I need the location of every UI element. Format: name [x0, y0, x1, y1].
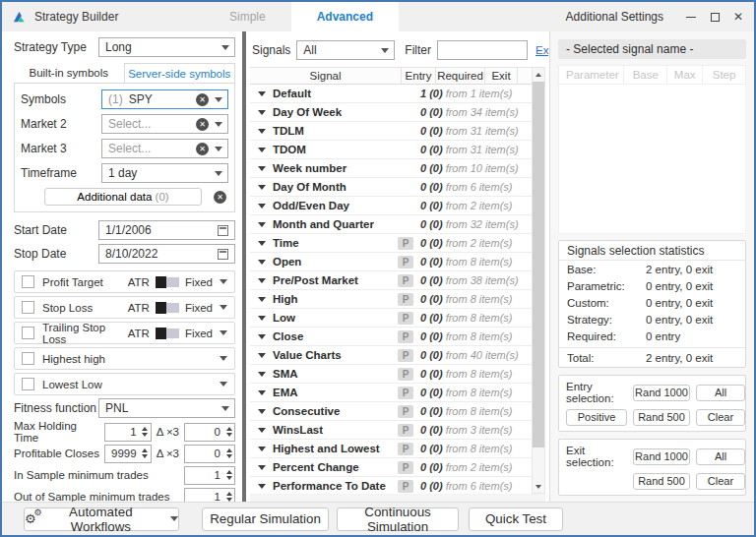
profitable-closes-stepper[interactable]: 9999	[104, 445, 152, 463]
signal-row[interactable]: Week number P 0 (0)from 10 item(s)	[250, 159, 532, 178]
additional-data-button[interactable]: Additional data (0)	[44, 188, 202, 206]
signal-row[interactable]: Percent Change P 0 (0)from 2 item(s)	[250, 458, 532, 477]
signal-row[interactable]: Month and Quarter P 0 (0)from 32 item(s)	[250, 215, 532, 234]
market3-select[interactable]: Select... ✕	[101, 139, 228, 158]
entry-positive-button[interactable]: Positive	[566, 409, 627, 426]
chevron-down-icon[interactable]	[220, 305, 227, 310]
collapse-caret-icon[interactable]	[258, 260, 266, 265]
minimize-button[interactable]	[679, 5, 703, 29]
stop-date-input[interactable]: 8/10/2022	[98, 244, 235, 264]
signal-row[interactable]: Open P 0 (0)from 8 item(s)	[250, 253, 532, 271]
collapse-caret-icon[interactable]	[258, 297, 266, 302]
signal-row[interactable]: TDOM P 0 (0)from 31 item(s)	[250, 141, 532, 159]
entry-all-button[interactable]: All	[696, 385, 745, 401]
clear-icon[interactable]: ✕	[214, 191, 226, 204]
spin-up-icon[interactable]	[226, 470, 232, 474]
horizontal-scrollbar[interactable]	[250, 494, 545, 502]
collapse-caret-icon[interactable]	[258, 204, 266, 209]
in-sample-min-trades-stepper[interactable]: 1	[184, 466, 235, 485]
lowest-low-checkbox[interactable]	[22, 378, 34, 390]
signal-row[interactable]: Close P 0 (0)from 8 item(s)	[250, 328, 532, 346]
spin-up-icon[interactable]	[142, 427, 148, 431]
additional-settings-button[interactable]: Additional Settings	[566, 10, 663, 24]
collapse-caret-icon[interactable]	[258, 166, 266, 171]
signal-row[interactable]: SMA P 0 (0)from 8 item(s)	[250, 365, 532, 384]
collapse-caret-icon[interactable]	[258, 409, 266, 414]
signal-row[interactable]: Consecutive P 0 (0)from 8 item(s)	[250, 402, 532, 421]
exit-rand-1000-button[interactable]: Rand 1000	[633, 448, 690, 465]
tab-built-in-symbols[interactable]: Built-in symbols	[14, 63, 124, 83]
collapse-caret-icon[interactable]	[258, 428, 266, 433]
spin-up-icon[interactable]	[226, 492, 232, 496]
signal-row[interactable]: High P 0 (0)from 8 item(s)	[250, 290, 532, 309]
collapse-caret-icon[interactable]	[258, 390, 266, 395]
clear-icon[interactable]: ✕	[196, 93, 209, 106]
spin-down-icon[interactable]	[226, 476, 232, 480]
symbols-select[interactable]: (1) SPY ✕	[101, 90, 228, 109]
entry-clear-button[interactable]: Clear	[696, 409, 745, 426]
fitness-function-select[interactable]: PNL	[98, 398, 235, 418]
collapse-caret-icon[interactable]	[258, 465, 266, 470]
collapse-caret-icon[interactable]	[258, 129, 266, 134]
scroll-down-button[interactable]	[533, 480, 544, 493]
max-holding-delta-stepper[interactable]: 0	[184, 423, 235, 442]
trailing-stop-loss-checkbox[interactable]	[22, 327, 34, 339]
collapse-caret-icon[interactable]	[258, 222, 266, 227]
signal-row[interactable]: Day Of Month P 0 (0)from 6 item(s)	[250, 178, 532, 197]
collapse-caret-icon[interactable]	[258, 91, 266, 96]
calendar-icon[interactable]	[218, 225, 228, 236]
tab-simple[interactable]: Simple	[204, 2, 291, 31]
entry-rand-500-button[interactable]: Rand 500	[633, 409, 690, 426]
tab-advanced[interactable]: Advanced	[291, 2, 399, 31]
spin-up-icon[interactable]	[226, 448, 232, 452]
collapse-caret-icon[interactable]	[258, 185, 266, 190]
chevron-down-icon[interactable]	[220, 382, 227, 387]
exit-rand-500-button[interactable]: Rand 500	[633, 473, 690, 490]
chevron-down-icon[interactable]	[220, 279, 227, 284]
start-date-input[interactable]: 1/1/2006	[98, 220, 235, 240]
vertical-scrollbar[interactable]	[532, 67, 545, 494]
signal-row[interactable]: Low P 0 (0)from 8 item(s)	[250, 309, 532, 328]
signal-row[interactable]: Value Charts P 0 (0)from 40 item(s)	[250, 346, 532, 365]
atr-fixed-toggle[interactable]	[156, 328, 179, 338]
signal-row[interactable]: Performance To Date P 0 (0)from 6 item(s…	[250, 477, 532, 494]
profit-target-checkbox[interactable]	[22, 275, 34, 288]
signal-row[interactable]: WinsLast P 0 (0)from 3 item(s)	[250, 421, 532, 440]
scroll-up-button[interactable]	[533, 68, 544, 81]
clear-icon[interactable]: ✕	[196, 118, 209, 131]
collapse-caret-icon[interactable]	[258, 110, 266, 115]
automated-workflows-button[interactable]: ⚙⚙ Automated Workflows	[24, 507, 179, 531]
profitable-closes-delta-stepper[interactable]: 0	[184, 445, 235, 463]
signal-row[interactable]: EMA P 0 (0)from 8 item(s)	[250, 384, 532, 402]
spin-down-icon[interactable]	[142, 454, 148, 458]
spin-up-icon[interactable]	[226, 427, 232, 431]
tab-server-side-symbols[interactable]: Server-side symbols	[124, 63, 236, 83]
collapse-caret-icon[interactable]	[258, 316, 266, 321]
signal-row[interactable]: Odd/Even Day P 0 (0)from 2 item(s)	[250, 197, 532, 215]
exit-all-button[interactable]: All	[696, 448, 745, 465]
scrollbar-thumb[interactable]	[533, 82, 544, 448]
out-of-sample-min-trades-stepper[interactable]: 1	[184, 488, 235, 503]
signal-row[interactable]: Time P 0 (0)from 2 item(s)	[250, 234, 532, 253]
collapse-caret-icon[interactable]	[258, 484, 266, 489]
collapse-caret-icon[interactable]	[258, 353, 266, 358]
signal-row[interactable]: TDLM P 0 (0)from 31 item(s)	[250, 122, 532, 141]
clear-icon[interactable]: ✕	[196, 143, 209, 155]
chevron-down-icon[interactable]	[220, 330, 227, 335]
spin-down-icon[interactable]	[226, 454, 232, 458]
filter-input[interactable]	[437, 40, 528, 60]
signal-row[interactable]: Pre/Post Market P 0 (0)from 38 item(s)	[250, 271, 532, 290]
spin-down-icon[interactable]	[142, 433, 148, 437]
spin-down-icon[interactable]	[226, 433, 232, 437]
collapse-caret-icon[interactable]	[258, 148, 266, 152]
chevron-down-icon[interactable]	[220, 356, 227, 361]
stop-loss-checkbox[interactable]	[22, 301, 34, 314]
collapse-caret-icon[interactable]	[258, 241, 266, 246]
expand-collapse-link[interactable]: Exp/Col	[536, 44, 549, 56]
continuous-simulation-button[interactable]: Continuous Simulation	[337, 507, 459, 531]
exit-clear-button[interactable]: Clear	[696, 473, 745, 490]
regular-simulation-button[interactable]: Regular Simulation	[202, 507, 329, 531]
signal-row[interactable]: Day Of Week P 0 (0)from 34 item(s)	[250, 103, 532, 122]
signals-filter-select[interactable]: All	[296, 40, 395, 60]
signal-row[interactable]: Default P 1 (0)from 1 item(s)	[250, 85, 532, 103]
